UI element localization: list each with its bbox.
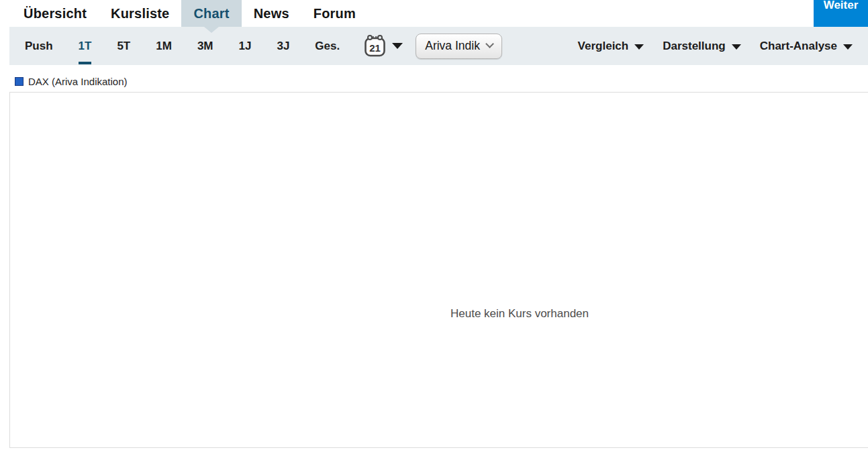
instrument-select-value: Ariva Indik — [425, 39, 480, 53]
menu-darstellung[interactable]: Darstellung — [653, 40, 751, 53]
toolbar-menus: Vergleich Darstellung Chart-Analyse — [569, 40, 868, 53]
tab-chart[interactable]: Chart — [181, 0, 241, 27]
tab-uebersicht[interactable]: Übersicht — [11, 0, 99, 27]
menu-vergleich-label: Vergleich — [578, 40, 629, 53]
menu-chart-analyse-label: Chart-Analyse — [760, 40, 837, 53]
dropdown-arrow-icon — [843, 44, 853, 50]
period-1j[interactable]: 1J — [226, 27, 264, 65]
tab-forum[interactable]: Forum — [301, 0, 368, 27]
menu-chart-analyse[interactable]: Chart-Analyse — [751, 40, 862, 53]
period-5t[interactable]: 5T — [104, 27, 143, 65]
period-1m[interactable]: 1M — [143, 27, 185, 65]
chevron-down-icon — [485, 40, 494, 48]
period-gesamt[interactable]: Ges. — [302, 27, 352, 65]
chart-plot-area: Heute kein Kurs vorhanden — [9, 92, 868, 448]
chart-toolbar: Push 1T 5T 1M 3M 1J 3J Ges. 21 Ariva Ind… — [9, 27, 868, 65]
menu-vergleich[interactable]: Vergleich — [569, 40, 654, 53]
chart-legend: DAX (Ariva Indikation) — [15, 76, 128, 87]
calendar-dropdown-arrow-icon — [392, 43, 403, 49]
period-1t[interactable]: 1T — [66, 27, 105, 65]
weiter-button[interactable]: Weiter — [814, 0, 868, 27]
push-toggle[interactable]: Push — [12, 27, 66, 65]
tab-kursliste[interactable]: Kursliste — [99, 0, 181, 27]
menu-darstellung-label: Darstellung — [663, 40, 726, 53]
calendar-icon: 21 — [364, 34, 386, 58]
dropdown-arrow-icon — [634, 44, 644, 50]
active-period-underline — [79, 62, 92, 64]
calendar-day-label: 21 — [369, 42, 381, 54]
date-picker[interactable]: 21 — [364, 34, 403, 58]
series-name-label: DAX (Ariva Indikation) — [28, 76, 128, 87]
dropdown-arrow-icon — [732, 44, 741, 50]
tab-news[interactable]: News — [242, 0, 301, 27]
period-1t-label: 1T — [79, 40, 92, 53]
period-3j[interactable]: 3J — [264, 27, 302, 65]
series-color-swatch-icon — [15, 77, 23, 86]
no-data-message: Heute kein Kurs vorhanden — [10, 307, 868, 321]
tab-chart-label: Chart — [193, 6, 229, 21]
instrument-select[interactable]: Ariva Indik — [416, 34, 502, 59]
active-tab-pointer-icon — [204, 27, 219, 33]
primary-tab-bar: Übersicht Kursliste Chart News Forum Wei… — [0, 0, 868, 27]
